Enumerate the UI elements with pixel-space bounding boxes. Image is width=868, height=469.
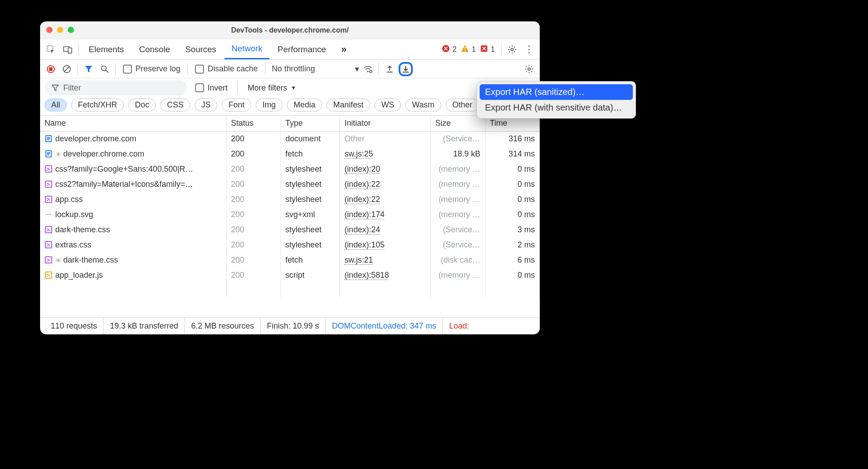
initiator-link[interactable]: (index):20 <box>344 165 380 174</box>
initiator-link[interactable]: sw.js:25 <box>344 149 373 159</box>
record-button[interactable] <box>44 62 58 76</box>
initiator-link[interactable]: (index):22 <box>344 180 380 189</box>
filter-toggle-icon[interactable] <box>82 62 96 76</box>
size-cell: (memory … <box>431 161 485 177</box>
tab-performance[interactable]: Performance <box>270 39 333 59</box>
table-row[interactable]: developer.chrome.com200fetchsw.js:2518.9… <box>40 146 540 161</box>
initiator-link[interactable]: (index):105 <box>344 240 384 250</box>
main-tabs: ElementsConsoleSourcesNetworkPerformance… <box>40 39 540 60</box>
chip-other[interactable]: Other <box>446 99 479 111</box>
status-cell: 200 <box>226 192 281 207</box>
footer-domcontentloaded: DOMContentLoaded: 347 ms <box>326 318 443 334</box>
tab-sources[interactable]: Sources <box>178 39 224 59</box>
filter-input[interactable]: Filter <box>45 80 187 95</box>
table-row[interactable]: dark-theme.css200stylesheet(index):24(Se… <box>40 222 540 237</box>
time-cell: 316 ms <box>485 131 539 146</box>
table-row[interactable]: extras.css200stylesheet(index):105(Servi… <box>40 237 540 252</box>
more-filters-label: More filters <box>248 83 287 93</box>
disable-cache-checkbox[interactable]: Disable cache <box>192 64 261 74</box>
file-type-icon <box>45 271 53 279</box>
size-cell: (memory … <box>431 267 485 283</box>
chip-wasm[interactable]: Wasm <box>405 99 441 111</box>
search-icon[interactable] <box>98 62 112 76</box>
tab-elements[interactable]: Elements <box>82 39 131 59</box>
throttling-select[interactable]: No throttling ▾ <box>269 64 359 74</box>
status-cell: 200 <box>226 267 281 283</box>
window-title: DevTools - developer.chrome.com/ <box>231 26 349 34</box>
table-row[interactable]: lockup.svg200svg+xml(index):174(memory …… <box>40 207 540 222</box>
chip-all[interactable]: All <box>45 99 67 111</box>
col-initiator[interactable]: Initiator <box>340 116 431 131</box>
chip-fetchxhr[interactable]: Fetch/XHR <box>71 99 124 111</box>
initiator-link[interactable]: (index):24 <box>344 225 380 234</box>
inspect-element-icon[interactable] <box>43 41 59 58</box>
network-conditions-icon[interactable] <box>361 62 375 76</box>
export-har-menu: Export HAR (sanitized)…Export HAR (with … <box>477 81 636 119</box>
svg-point-23 <box>57 153 59 155</box>
minimize-window-button[interactable] <box>57 27 63 33</box>
kebab-menu-icon[interactable]: ⋮ <box>521 41 537 58</box>
export-har-menu-item[interactable]: Export HAR (sanitized)… <box>480 84 633 100</box>
chip-manifest[interactable]: Manifest <box>326 99 370 111</box>
col-size[interactable]: Size <box>431 116 485 131</box>
divider <box>237 82 238 94</box>
table-row[interactable]: css?family=Google+Sans:400,500|R…200styl… <box>40 161 540 177</box>
clear-button[interactable] <box>60 62 74 76</box>
table-row[interactable] <box>40 283 540 298</box>
export-har-button[interactable] <box>399 62 413 76</box>
request-name: developer.chrome.com <box>55 134 136 143</box>
col-status[interactable]: Status <box>226 116 281 131</box>
funnel-icon <box>52 84 59 91</box>
footer-resources: 6.2 MB resources <box>185 318 261 334</box>
error-icon[interactable] <box>442 45 450 54</box>
request-name: developer.chrome.com <box>63 149 144 158</box>
request-name: app_loader.js <box>55 271 103 280</box>
tab-console[interactable]: Console <box>132 39 177 59</box>
status-cell: 200 <box>226 237 281 252</box>
import-har-icon[interactable] <box>383 62 397 76</box>
export-har-menu-item[interactable]: Export HAR (with sensitive data)… <box>480 100 633 115</box>
file-type-icon <box>45 150 53 158</box>
size-cell: (memory … <box>431 207 485 222</box>
initiator-link[interactable]: (index):174 <box>344 210 384 219</box>
divider <box>379 63 379 75</box>
chip-media[interactable]: Media <box>287 99 322 111</box>
chip-font[interactable]: Font <box>222 99 251 111</box>
device-toolbar-icon[interactable] <box>60 41 76 58</box>
request-name: css2?family=Material+Icons&family=… <box>55 180 193 189</box>
invert-checkbox[interactable]: Invert <box>195 83 228 93</box>
preserve-log-checkbox[interactable]: Preserve log <box>119 64 184 74</box>
table-row[interactable]: css2?family=Material+Icons&family=…200st… <box>40 177 540 192</box>
chip-img[interactable]: Img <box>256 99 282 111</box>
time-cell: 0 ms <box>485 267 539 283</box>
issue-icon[interactable] <box>480 45 488 54</box>
settings-gear-icon[interactable] <box>504 41 520 58</box>
chip-js[interactable]: JS <box>195 99 217 111</box>
initiator-link[interactable]: (index):22 <box>344 195 380 204</box>
chip-doc[interactable]: Doc <box>128 99 156 111</box>
table-row[interactable]: app_loader.js200script(index):5818(memor… <box>40 267 540 283</box>
chip-ws[interactable]: WS <box>375 99 401 111</box>
maximize-window-button[interactable] <box>68 27 74 33</box>
table-row[interactable]: dark-theme.css200fetchsw.js:21(disk cac…… <box>40 252 540 267</box>
network-settings-gear-icon[interactable] <box>522 62 536 76</box>
initiator-link[interactable]: (index):5818 <box>344 271 389 280</box>
more-filters-dropdown[interactable]: More filters ▼ <box>248 83 296 93</box>
col-type[interactable]: Type <box>281 116 340 131</box>
close-window-button[interactable] <box>46 27 53 33</box>
more-tabs-button[interactable]: » <box>334 39 354 59</box>
svg-point-31 <box>57 259 59 261</box>
checkbox-icon <box>123 65 132 74</box>
tab-network[interactable]: Network <box>224 39 270 59</box>
size-cell: (disk cac… <box>431 252 485 267</box>
divider <box>115 63 116 75</box>
svg-rect-7 <box>49 67 53 71</box>
col-name[interactable]: Name <box>40 116 226 131</box>
table-row[interactable]: developer.chrome.com200documentOther(Ser… <box>40 131 540 146</box>
table-row[interactable]: app.css200stylesheet(index):22(memory …0… <box>40 192 540 207</box>
chip-css[interactable]: CSS <box>160 99 190 111</box>
warning-count: 1 <box>472 45 476 53</box>
initiator-link[interactable]: sw.js:21 <box>344 255 373 265</box>
time-cell: 2 ms <box>485 237 539 252</box>
warning-icon[interactable] <box>461 45 469 54</box>
